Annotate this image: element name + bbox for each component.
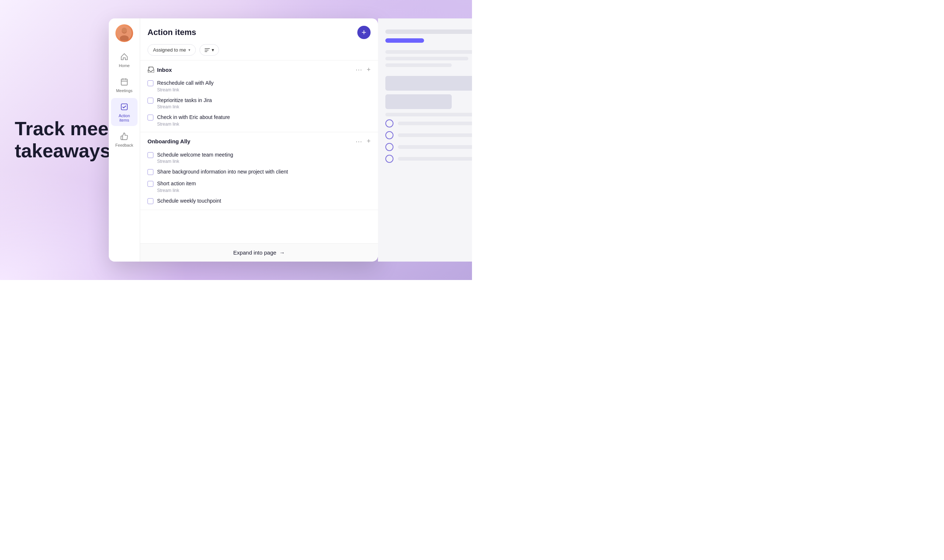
rp-block-1	[386, 76, 472, 91]
group-inbox-more-icon[interactable]: ⋯	[355, 66, 362, 74]
task-t6: Short action item Stream link	[140, 178, 378, 195]
expand-footer-label: Expand into page	[233, 249, 276, 256]
expand-arrow-icon: →	[279, 249, 285, 256]
rp-row-3	[386, 143, 472, 151]
task-t4-name: Schedule welcome team meeting	[157, 151, 370, 159]
task-t4-checkbox[interactable]	[148, 152, 153, 158]
rp-line-3	[398, 145, 472, 149]
panel-header: Action items + Assigned to me ▾ ▾	[140, 18, 378, 60]
sidebar-item-meetings[interactable]: Meetings	[111, 73, 137, 97]
avatar-image	[117, 26, 132, 40]
sidebar: Home Meetings Action items	[109, 18, 140, 262]
task-t4-link[interactable]: Stream link	[157, 159, 370, 164]
group-inbox-actions: ⋯ +	[355, 66, 370, 74]
task-t6-name: Short action item	[157, 180, 370, 188]
avatar[interactable]	[116, 24, 133, 42]
rp-row-2	[386, 131, 472, 139]
sidebar-item-home[interactable]: Home	[111, 48, 137, 71]
rp-bar-1	[386, 29, 472, 34]
app-window: Home Meetings Action items	[109, 18, 378, 262]
sidebar-label-feedback: Feedback	[116, 143, 133, 148]
sidebar-label-action-items: Action items	[114, 114, 134, 122]
rp-row-4	[386, 155, 472, 163]
group-header-onboarding: Onboarding Ally ⋯ +	[140, 132, 378, 149]
rp-block-2	[386, 94, 452, 109]
sidebar-item-action-items[interactable]: Action items	[111, 98, 137, 126]
task-t7-name: Schedule weekly touchpoint	[157, 197, 370, 205]
panel-body: Inbox ⋯ + Reschedule call with Ally Stre…	[140, 60, 378, 243]
task-t1-content: Reschedule call with Ally Stream link	[157, 80, 370, 92]
group-onboarding-add-icon[interactable]: +	[367, 137, 370, 145]
task-t3: Check in with Eric about feature Stream …	[140, 112, 378, 129]
rp-bar-3	[386, 57, 468, 60]
calendar-icon	[119, 77, 130, 87]
group-title-inbox: Inbox	[148, 67, 172, 73]
task-t5-checkbox[interactable]	[148, 169, 153, 175]
main-panel: Action items + Assigned to me ▾ ▾	[140, 18, 378, 262]
group-title-onboarding: Onboarding Ally	[148, 138, 190, 145]
rp-bar-4	[386, 63, 452, 67]
group-onboarding-more-icon[interactable]: ⋯	[355, 137, 362, 146]
task-t2-checkbox[interactable]	[148, 98, 153, 103]
rp-bar-accent	[386, 38, 424, 43]
group-onboarding: Onboarding Ally ⋯ + Schedule welcome tea…	[140, 132, 378, 210]
add-button[interactable]: +	[357, 26, 370, 39]
svg-point-3	[122, 28, 127, 33]
rp-circle-2	[386, 131, 393, 139]
group-inbox-add-icon[interactable]: +	[367, 66, 370, 74]
rp-line-1	[398, 122, 472, 125]
rp-bar-5	[386, 113, 472, 117]
panel-title: Action items	[148, 28, 196, 37]
expand-footer[interactable]: Expand into page →	[140, 243, 378, 262]
task-t6-link[interactable]: Stream link	[157, 188, 370, 193]
task-t7-content: Schedule weekly touchpoint	[157, 197, 370, 205]
group-header-inbox: Inbox ⋯ +	[140, 60, 378, 77]
task-t6-content: Short action item Stream link	[157, 180, 370, 193]
sidebar-label-home: Home	[119, 63, 130, 68]
hero-line2: takeaways	[15, 140, 111, 162]
home-icon	[119, 52, 130, 62]
task-t5-name: Share background information into new pr…	[157, 168, 370, 176]
group-inbox: Inbox ⋯ + Reschedule call with Ally Stre…	[140, 60, 378, 132]
task-t7-checkbox[interactable]	[148, 198, 153, 204]
sidebar-item-feedback[interactable]: Feedback	[111, 128, 137, 151]
task-t1: Reschedule call with Ally Stream link	[140, 77, 378, 95]
task-t5: Share background information into new pr…	[140, 166, 378, 178]
sort-caret-icon: ▾	[212, 47, 214, 53]
panel-header-top: Action items +	[148, 26, 370, 39]
assigned-filter-button[interactable]: Assigned to me ▾	[148, 44, 196, 55]
task-t4: Schedule welcome team meeting Stream lin…	[140, 149, 378, 166]
checkbox-icon	[119, 102, 130, 112]
task-t7: Schedule weekly touchpoint	[140, 195, 378, 207]
task-t1-link[interactable]: Stream link	[157, 87, 370, 92]
rp-line-4	[398, 157, 472, 161]
rp-line-2	[398, 133, 472, 137]
right-panel	[378, 18, 472, 262]
rp-circle-4	[386, 155, 393, 163]
rp-circle-3	[386, 143, 393, 151]
sidebar-label-meetings: Meetings	[116, 88, 133, 93]
rp-circle-1	[386, 119, 393, 128]
task-t1-checkbox[interactable]	[148, 80, 153, 86]
task-t3-link[interactable]: Stream link	[157, 122, 370, 127]
task-t3-name: Check in with Eric about feature	[157, 114, 370, 121]
task-t3-content: Check in with Eric about feature Stream …	[157, 114, 370, 127]
task-t5-content: Share background information into new pr…	[157, 168, 370, 176]
task-t4-content: Schedule welcome team meeting Stream lin…	[157, 151, 370, 164]
task-t2: Reprioritize tasks in Jira Stream link	[140, 95, 378, 112]
task-t6-checkbox[interactable]	[148, 181, 153, 187]
task-t2-link[interactable]: Stream link	[157, 104, 370, 109]
filter-caret-icon: ▾	[188, 48, 190, 52]
sort-button[interactable]: ▾	[199, 44, 219, 55]
task-t1-name: Reschedule call with Ally	[157, 80, 370, 87]
filter-row: Assigned to me ▾ ▾	[148, 44, 370, 55]
task-t2-name: Reprioritize tasks in Jira	[157, 97, 370, 104]
inbox-icon	[148, 67, 154, 72]
thumbs-up-icon	[119, 131, 130, 142]
task-t3-checkbox[interactable]	[148, 115, 153, 120]
rp-row-1	[386, 119, 472, 128]
rp-bar-2	[386, 50, 472, 54]
group-onboarding-actions: ⋯ +	[355, 137, 370, 146]
svg-rect-4	[121, 79, 128, 86]
right-panel-content	[378, 18, 472, 178]
